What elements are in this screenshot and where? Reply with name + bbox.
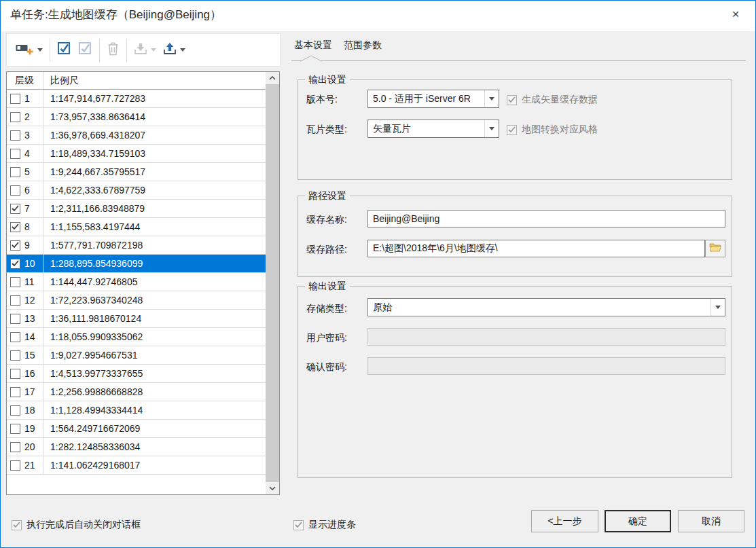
table-row[interactable]: 141:18,055.9909335062: [7, 328, 266, 346]
scale-cell: 1:18,489,334.7159103: [43, 145, 266, 162]
table-row[interactable]: 21:73,957,338.8636414: [7, 108, 266, 126]
cancel-button[interactable]: 取消: [678, 510, 744, 532]
tile-type-dropdown[interactable]: 矢量瓦片: [367, 120, 499, 138]
row-checkbox[interactable]: [10, 295, 20, 306]
chevron-down-icon[interactable]: [484, 120, 499, 137]
table-row[interactable]: 81:1,155,583.4197444: [7, 218, 266, 236]
row-checkbox[interactable]: [10, 442, 20, 452]
delete-scale-button: [103, 37, 123, 63]
scale-cell: 1:73,957,338.8636414: [43, 108, 266, 126]
scale-cell: 1:577,791.709872198: [43, 236, 266, 254]
add-scale-button[interactable]: [12, 37, 46, 63]
tile-type-value: 矢量瓦片: [373, 123, 411, 135]
style-convert-checkbox: [507, 125, 517, 135]
chevron-down-icon[interactable]: [484, 90, 499, 107]
previous-step-button[interactable]: <上一步: [531, 510, 598, 532]
table-row[interactable]: 171:2,256.99886668828: [7, 383, 266, 401]
level-number: 1: [24, 93, 30, 104]
level-number: 4: [24, 148, 30, 159]
table-row[interactable]: 41:18,489,334.7159103: [7, 145, 266, 163]
table-row[interactable]: 51:9,244,667.35795517: [7, 163, 266, 181]
table-row[interactable]: 101:288,895.854936099: [7, 255, 266, 273]
scale-cell: 1:288,895.854936099: [43, 255, 266, 272]
version-dropdown[interactable]: 5.0 - 适用于 iServer 6R: [367, 90, 499, 108]
level-cell: 6: [7, 181, 43, 199]
row-checkbox[interactable]: [10, 240, 20, 251]
row-checkbox[interactable]: [10, 369, 20, 379]
table-row[interactable]: 131:36,111.9818670124: [7, 310, 266, 328]
row-checkbox[interactable]: [10, 259, 20, 269]
table-row[interactable]: 191:564.249716672069: [7, 420, 266, 438]
level-cell: 8: [7, 218, 43, 236]
row-checkbox[interactable]: [10, 277, 20, 287]
tab-basic-settings[interactable]: 基本设置: [293, 39, 334, 52]
table-scrollbar[interactable]: [266, 72, 279, 494]
table-row[interactable]: 201:282.124858336034: [7, 438, 266, 456]
row-checkbox[interactable]: [10, 222, 20, 232]
row-checkbox[interactable]: [10, 332, 20, 342]
export-icon: [163, 43, 177, 58]
level-number: 17: [24, 386, 35, 397]
chevron-down-icon[interactable]: [710, 299, 725, 316]
scroll-up-icon[interactable]: [266, 72, 279, 84]
table-row[interactable]: 211:141.062429168017: [7, 456, 266, 475]
level-cell: 13: [7, 310, 43, 327]
tab-range-parameters[interactable]: 范围参数: [342, 39, 383, 52]
style-convert-checkbox-row: 地图转换对应风格: [507, 124, 598, 136]
table-row[interactable]: 71:2,311,166.83948879: [7, 200, 266, 218]
scroll-down-icon[interactable]: [266, 482, 279, 494]
row-checkbox[interactable]: [10, 314, 20, 324]
table-row[interactable]: 151:9,027.9954667531: [7, 346, 266, 365]
level-cell: 17: [7, 383, 43, 401]
level-number: 18: [24, 405, 35, 416]
level-number: 3: [24, 130, 30, 141]
level-cell: 11: [7, 273, 43, 291]
table-row[interactable]: 121:72,223.9637340248: [7, 291, 266, 310]
level-number: 15: [24, 350, 35, 361]
scale-cell: 1:144,447.92746805: [43, 273, 266, 291]
close-icon[interactable]: ×: [725, 4, 746, 24]
select-all-button[interactable]: [54, 37, 75, 63]
row-checkbox[interactable]: [10, 424, 20, 434]
table-row[interactable]: 61:4,622,333.67897759: [7, 181, 266, 200]
cache-name-label: 缓存名称:: [306, 214, 347, 226]
style-convert-checkbox-label: 地图转换对应风格: [522, 124, 598, 136]
storage-type-dropdown[interactable]: 原始: [367, 298, 725, 316]
table-row[interactable]: 31:36,978,669.4318207: [7, 126, 266, 145]
auto-close-checkbox-label: 执行完成后自动关闭对话框: [26, 519, 141, 531]
table-header: 层级 比例尺: [7, 72, 266, 90]
scale-cell: 1:9,244,667.35795517: [43, 163, 266, 181]
ok-button[interactable]: 确定: [605, 510, 671, 532]
import-dropdown-icon: [151, 48, 156, 52]
scrollbar-thumb[interactable]: [266, 84, 279, 482]
export-scales-button[interactable]: [160, 37, 189, 63]
row-checkbox[interactable]: [10, 350, 20, 361]
row-checkbox[interactable]: [10, 387, 20, 397]
table-row[interactable]: 91:577,791.709872198: [7, 236, 266, 255]
table-row[interactable]: 181:1,128.49943334414: [7, 401, 266, 420]
row-checkbox[interactable]: [10, 130, 20, 141]
table-row[interactable]: 111:144,447.92746805: [7, 273, 266, 291]
select-inverse-button[interactable]: [75, 37, 96, 63]
browse-folder-button[interactable]: [705, 240, 725, 257]
row-checkbox[interactable]: [10, 405, 20, 416]
export-dropdown-icon[interactable]: [180, 48, 185, 52]
row-checkbox[interactable]: [10, 94, 20, 104]
vector-cache-checkbox: [507, 95, 517, 105]
table-row[interactable]: 161:4,513.99773337655: [7, 365, 266, 383]
row-checkbox[interactable]: [10, 460, 20, 471]
level-number: 21: [24, 460, 35, 471]
cache-name-input[interactable]: Beijing@Beijing: [367, 210, 725, 227]
row-checkbox[interactable]: [10, 204, 20, 214]
version-value: 5.0 - 适用于 iServer 6R: [373, 93, 471, 105]
row-checkbox[interactable]: [10, 112, 20, 122]
row-checkbox[interactable]: [10, 185, 20, 196]
row-checkbox[interactable]: [10, 149, 20, 159]
cache-path-input[interactable]: E:\超图\2018年\6月\地图缓存\: [367, 240, 705, 257]
add-scale-dropdown-icon[interactable]: [37, 48, 43, 52]
storage-type-value: 原始: [373, 302, 392, 314]
level-number: 13: [24, 313, 35, 324]
row-checkbox[interactable]: [10, 167, 20, 177]
import-scales-button: [130, 37, 160, 63]
table-row[interactable]: 11:147,914,677.727283: [7, 90, 266, 108]
